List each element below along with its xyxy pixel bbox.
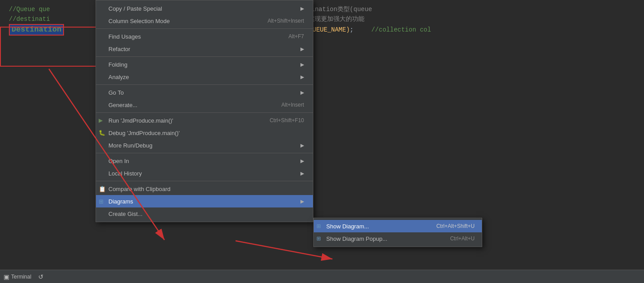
- submenu-item-show-diagram[interactable]: ⊞ Show Diagram... Ctrl+Alt+Shift+U: [314, 220, 482, 232]
- arrow-icon: ▶: [300, 199, 304, 204]
- menu-item-generate[interactable]: Generate... Alt+Insert: [96, 99, 313, 111]
- diagrams-icon: ⊞: [99, 198, 104, 205]
- menu-item-find-usages[interactable]: Find Usages Alt+F7: [96, 30, 313, 43]
- separator-2: [96, 56, 313, 57]
- diagram-icon: ⊞: [316, 223, 321, 229]
- arrow-icon: ▶: [300, 6, 304, 12]
- menu-item-create-gist[interactable]: Create Gist...: [96, 207, 313, 220]
- refresh-button[interactable]: ↺: [38, 273, 44, 280]
- arrow-icon: ▶: [300, 46, 304, 52]
- menu-item-folding[interactable]: Folding ▶: [96, 58, 313, 71]
- arrow-icon: ▶: [300, 143, 304, 148]
- arrow-icon: ▶: [300, 90, 304, 96]
- arrow-icon: ▶: [300, 158, 304, 164]
- run-icon: ▶: [99, 117, 103, 124]
- refresh-icon: ↺: [38, 273, 44, 280]
- separator-4: [96, 112, 313, 113]
- menu-item-diagrams[interactable]: ⊞ Diagrams ▶: [96, 195, 313, 207]
- clipboard-icon: 📋: [99, 186, 106, 192]
- separator-6: [96, 181, 313, 181]
- separator-1: [96, 28, 313, 29]
- submenu-item-show-diagram-popup[interactable]: ⊞ Show Diagram Popup... Ctrl+Alt+U: [314, 232, 482, 245]
- terminal-button[interactable]: ▣ Terminal: [4, 273, 31, 280]
- menu-item-more-run[interactable]: More Run/Debug ▶: [96, 139, 313, 151]
- context-menu: Copy / Paste Special ▶ Column Selection …: [96, 0, 313, 222]
- separator-5: [96, 153, 313, 153]
- menu-item-column-selection[interactable]: Column Selection Mode Alt+Shift+Insert: [96, 15, 313, 27]
- menu-item-copy-paste[interactable]: Copy / Paste Special ▶: [96, 2, 313, 15]
- menu-item-open-in[interactable]: Open In ▶: [96, 155, 313, 167]
- bottom-bar: ▣ Terminal ↺: [0, 270, 644, 283]
- debug-icon: 🐛: [99, 130, 105, 136]
- menu-item-refactor[interactable]: Refactor ▶: [96, 43, 313, 55]
- menu-item-local-history[interactable]: Local History ▶: [96, 167, 313, 179]
- arrow-icon: ▶: [300, 171, 304, 176]
- menu-item-debug[interactable]: 🐛 Debug 'JmdProduce.main()': [96, 127, 313, 139]
- terminal-label: Terminal: [11, 274, 31, 280]
- diagram-icon: ⊞: [316, 235, 321, 242]
- menu-item-compare-clipboard[interactable]: 📋 Compare with Clipboard: [96, 183, 313, 195]
- menu-item-goto[interactable]: Go To ▶: [96, 86, 313, 99]
- menu-item-run[interactable]: ▶ Run 'JmdProduce.main()' Ctrl+Shift+F10: [96, 114, 313, 127]
- menu-item-analyze[interactable]: Analyze ▶: [96, 71, 313, 83]
- arrow-icon: ▶: [300, 74, 304, 80]
- separator-3: [96, 84, 313, 85]
- diagrams-submenu: ⊞ Show Diagram... Ctrl+Alt+Shift+U ⊞ Sho…: [313, 218, 482, 247]
- arrow-icon: ▶: [300, 62, 304, 68]
- terminal-icon: ▣: [4, 273, 9, 280]
